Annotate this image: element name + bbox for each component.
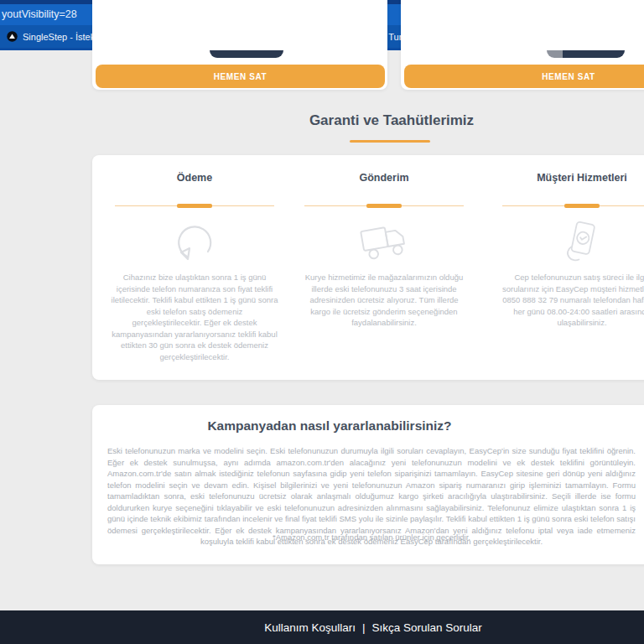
truck-icon <box>300 216 468 268</box>
page-footer: Kullanım Koşulları | Sıkça Sorulan Sorul… <box>0 610 644 644</box>
column-text: Kurye hizmetimiz ile mağazalarımızın old… <box>300 272 468 329</box>
column-text: Cihazınız bize ulaştıktan sonra 1 iş gün… <box>111 272 278 362</box>
sell-now-button-left[interactable]: HEMEN SAT <box>96 65 385 88</box>
campaign-title: Kampanyadan nasıl yararlanabilirsiniz? <box>92 418 567 434</box>
footer-link-faq[interactable]: Sıkça Sorulan Sorular <box>372 621 482 634</box>
column-title: Ödeme <box>111 172 278 184</box>
column-title: Gönderim <box>300 172 468 184</box>
guarantees-card: Ödeme Cihazınız bize ulaştıktan sonra 1 … <box>92 155 644 380</box>
return-arrow-icon <box>111 216 278 268</box>
column-divider <box>502 204 644 208</box>
phone-image-left <box>210 50 283 58</box>
sell-now-label: HEMEN SAT <box>413 72 644 81</box>
guarantees-title: Garanti ve Taahütlerimiz <box>309 112 474 128</box>
column-title: Müşteri Hizmetleri <box>498 172 644 184</box>
phone-in-hand-icon <box>498 216 644 268</box>
column-divider <box>304 204 464 208</box>
column-text: Cep telefonunuzun satış süreci ile ilgil… <box>498 272 644 329</box>
sell-now-button-right[interactable]: HEMEN SAT <box>404 65 644 88</box>
phone-image-right <box>547 50 625 58</box>
play-circle-icon <box>7 31 18 42</box>
guarantees-title-underline <box>350 140 430 143</box>
column-divider <box>115 204 274 208</box>
address-url-fragment: youtVisibility=28 <box>2 8 77 20</box>
campaign-note: *Amazon.com.tr tarafından satılan ürünle… <box>107 532 636 542</box>
guarantee-column-shipping: Gönderim Kurye hizmetimiz ile mağazaları… <box>300 155 468 329</box>
guarantee-column-customer-service: Müşteri Hizmetleri Cep telefonunuzun sat… <box>498 155 644 329</box>
footer-separator: | <box>362 621 366 634</box>
guarantee-column-payment: Ödeme Cihazınız bize ulaştıktan sonra 1 … <box>111 155 278 362</box>
campaign-card: Kampanyadan nasıl yararlanabilirsiniz? E… <box>92 405 644 564</box>
footer-link-terms[interactable]: Kullanım Koşulları <box>264 621 356 634</box>
